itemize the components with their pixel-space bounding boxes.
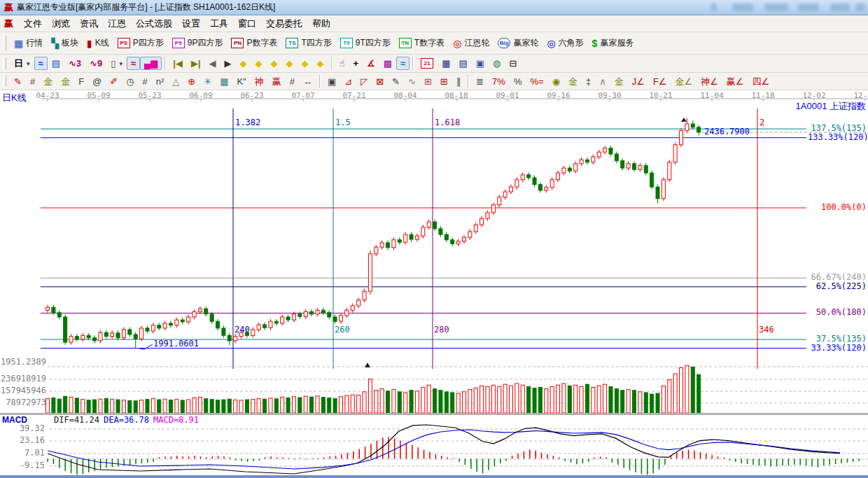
gann-wheel-button[interactable]: ◎江恩轮 [449, 35, 493, 51]
mirror-angle-icon[interactable]: △ [168, 75, 183, 88]
purple-tool-icon[interactable]: ▩ [379, 57, 396, 70]
drag-hand-icon[interactable]: ☝ [335, 57, 349, 70]
n-square-icon[interactable]: n² [152, 75, 169, 88]
diamond-fit-icon[interactable]: ◆ [313, 57, 328, 70]
t9-square-button[interactable]: T99T四方形 [336, 35, 395, 51]
sector-blocks-button[interactable]: ▚板块 [47, 35, 83, 51]
toolbar-grip[interactable] [3, 57, 6, 70]
percent-icon[interactable]: % [510, 75, 526, 88]
stats-table-icon[interactable]: ≣ [472, 75, 488, 88]
print-icon[interactable]: ⊟ [505, 57, 521, 70]
ying-angle-icon[interactable]: 赢∠ [722, 75, 748, 88]
ying-grid-icon[interactable]: 赢 [268, 75, 286, 88]
time-circle-icon[interactable]: ◷ [122, 75, 138, 88]
candle-style-icon[interactable]: ▯▾ [106, 57, 127, 70]
diamond-center-icon[interactable]: ◆ [298, 57, 313, 70]
menu-item-6[interactable]: 工具 [205, 16, 233, 31]
period-label[interactable]: 日K线 [2, 93, 27, 102]
zigzag-blue-tool-icon[interactable]: ≈ [34, 57, 48, 70]
menu-item-4[interactable]: 公式选股 [131, 16, 177, 31]
hexagon-button[interactable]: ◎六角形 [542, 35, 587, 51]
wave-9-icon[interactable]: ∿9 [85, 57, 106, 70]
calendar-icon[interactable]: 21 [416, 56, 438, 71]
f-grid-icon[interactable]: F [74, 75, 88, 88]
menu-item-7[interactable]: 窗口 [233, 16, 261, 31]
gann-fan-icon[interactable]: ⊿ [340, 75, 356, 88]
grid-tool-icon[interactable]: # [26, 75, 39, 88]
parallel-lines-icon[interactable]: ∥ [452, 75, 465, 88]
toolbar-grip[interactable] [3, 36, 6, 51]
menu-item-2[interactable]: 资讯 [75, 16, 103, 31]
shen-angle-icon[interactable]: 神∠ [696, 75, 722, 88]
kline-button[interactable]: ▮K线 [83, 35, 113, 51]
page-right-icon[interactable]: ▶ [220, 57, 236, 70]
fan-box-icon[interactable]: ◸ [356, 75, 372, 88]
menu-item-8[interactable]: 交易委托 [261, 16, 307, 31]
web-data-icon[interactable]: ◍ [489, 57, 505, 70]
wave-3-icon[interactable]: ∿3 [64, 57, 85, 70]
gold-section-circle-icon[interactable]: ◉ [548, 75, 564, 88]
k-mark-icon[interactable]: K″ [232, 75, 250, 88]
box-zone-icon[interactable]: ▣ [323, 75, 340, 88]
wave-ab-icon[interactable]: ∧ [595, 75, 610, 88]
net-grid-icon[interactable]: ▦ [216, 75, 232, 88]
menu-item-5[interactable]: 设置 [177, 16, 205, 31]
menu-item-1[interactable]: 浏览 [47, 16, 75, 31]
winner-service-button[interactable]: $赢家服务 [588, 35, 638, 51]
star-grid-icon[interactable]: ✳ [200, 75, 216, 88]
calculator-icon[interactable]: ▦ [438, 57, 454, 70]
save-icon[interactable]: ▣ [472, 57, 489, 70]
diamond-scroll-right-icon[interactable]: ◆ [251, 57, 267, 70]
winner-wheel-button[interactable]: Big赢家轮 [493, 35, 542, 51]
diamond-expand-icon[interactable]: ◆ [267, 57, 282, 70]
t-square-button[interactable]: TST四方形 [281, 35, 335, 51]
page-left-icon[interactable]: ◀ [205, 57, 220, 70]
period-day-icon[interactable]: 日▾ [10, 57, 34, 70]
spiral-tool-icon[interactable]: @ [88, 75, 106, 88]
menu-item-9[interactable]: 帮助 [307, 16, 335, 31]
wave-v-icon[interactable]: ∿ [404, 75, 420, 88]
f-angle-icon[interactable]: F∠ [649, 75, 671, 88]
t-number-table-button[interactable]: TNT数字表 [395, 35, 449, 51]
p-square-button[interactable]: PSP四方形 [113, 35, 168, 51]
gold-wave-icon[interactable]: 金 [610, 75, 628, 88]
diamond-scroll-left-icon[interactable]: ◆ [236, 57, 251, 70]
zigzag-teal-tool-icon[interactable]: ≈ [396, 57, 410, 70]
toolbar-grip[interactable] [3, 76, 6, 87]
pencil-fan-icon[interactable]: ✎ [388, 75, 404, 88]
p-number-table-button[interactable]: PNP数字表 [227, 35, 281, 51]
shen-grid-icon[interactable]: 神 [251, 75, 268, 88]
angle-measure-icon[interactable]: ∡ [363, 57, 379, 70]
ruler-pen-icon[interactable]: ✐ [106, 75, 122, 88]
zigzag-red-tool-icon[interactable]: ≈ [127, 57, 140, 70]
rail-grid-icon[interactable]: # [286, 75, 299, 88]
diamond-shrink-icon[interactable]: ◆ [282, 57, 298, 70]
gold-grid-2-icon[interactable]: 金 [57, 75, 74, 88]
price-measure-icon[interactable]: ‡ [582, 75, 595, 88]
distribution-chart-icon[interactable]: ▄▆ [140, 57, 162, 70]
info-panel-icon[interactable]: ▤ [48, 57, 64, 70]
dot-matrix-icon[interactable]: ⊞ [420, 75, 436, 88]
quote-table-button[interactable]: ▦行情 [10, 35, 47, 51]
menu-item-0[interactable]: 文件 [19, 16, 47, 31]
menu-item-3[interactable]: 江恩 [103, 16, 131, 31]
notes-icon[interactable]: ▤ [454, 57, 471, 70]
h-measure-icon[interactable]: ↔ [299, 75, 316, 88]
percent-level-icon[interactable]: %= [526, 75, 547, 88]
si-angle-icon[interactable]: 四∠ [748, 75, 774, 88]
circle-cross-icon[interactable]: ⊕ [183, 75, 200, 88]
p9-square-button[interactable]: P99P四方形 [168, 35, 227, 51]
paint-tool-icon[interactable]: ✎ [10, 75, 26, 88]
chart-area[interactable]: 日K线 1A0001 上证指数 1951.2389 236918919 1579… [0, 90, 868, 478]
gold-section-line-icon[interactable]: 金 [564, 75, 582, 88]
cross-box-icon[interactable]: ⊠ [372, 75, 388, 88]
j-angle-icon[interactable]: J∠ [628, 75, 649, 88]
percent-band-icon[interactable]: 7% [488, 75, 510, 88]
last-page-icon[interactable]: ▶| [187, 57, 205, 70]
gold-angle-icon[interactable]: 金∠ [671, 75, 696, 88]
dot-matrix-arrow-icon[interactable]: ⊞ [436, 75, 452, 88]
comb-grid-icon[interactable]: # [139, 75, 152, 88]
crosshair-icon[interactable]: + [349, 57, 363, 70]
gold-grid-1-icon[interactable]: 金 [39, 75, 57, 88]
first-page-icon[interactable]: |◀ [169, 57, 187, 70]
